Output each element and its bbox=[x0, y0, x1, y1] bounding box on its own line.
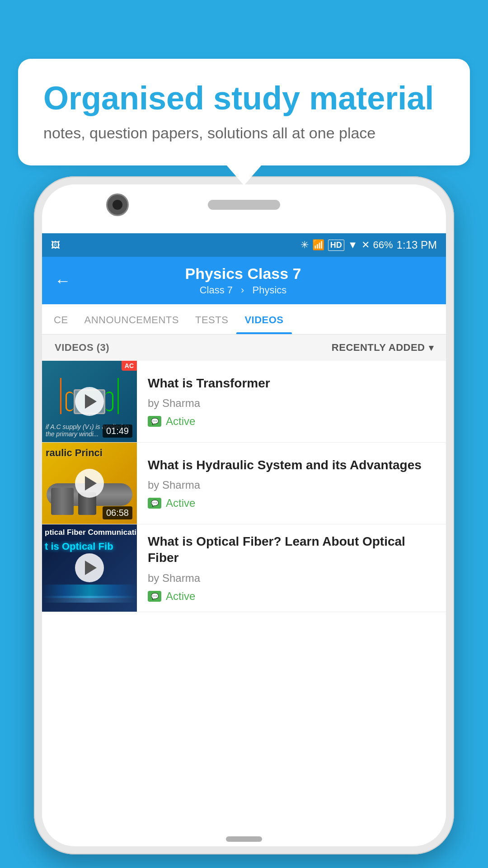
breadcrumb: Class 7 › Physics bbox=[82, 284, 404, 296]
dropdown-arrow-icon: ▾ bbox=[429, 342, 434, 353]
video-author-hydraulic: by Sharma bbox=[148, 479, 435, 491]
data-icon: ✕ bbox=[361, 239, 370, 251]
play-button-optical[interactable] bbox=[75, 553, 104, 582]
coil-left bbox=[66, 392, 74, 411]
status-label: Active bbox=[166, 415, 195, 428]
video-status-optical: 💬 Active bbox=[148, 590, 435, 603]
home-button[interactable] bbox=[226, 836, 262, 842]
chat-icon: 💬 bbox=[148, 416, 161, 427]
phone-outer: 🖼 ✳ 📶 HD ▼ ✕ 66% 1:13 PM ← bbox=[34, 176, 454, 854]
video-status-hydraulic: 💬 Active bbox=[148, 497, 435, 509]
tab-announcements[interactable]: ANNOUNCEMENTS bbox=[76, 304, 187, 334]
video-item-optical[interactable]: ptical Fiber Communicati t is Optical Fi… bbox=[42, 524, 446, 612]
battery-label: 66% bbox=[373, 239, 393, 251]
bluetooth-icon: ✳ bbox=[300, 239, 309, 251]
header-text: Physics Class 7 Class 7 › Physics bbox=[82, 265, 404, 296]
videos-count: VIDEOS (3) bbox=[55, 342, 109, 354]
breadcrumb-separator: › bbox=[241, 284, 244, 296]
video-title-optical: What is Optical Fiber? Learn About Optic… bbox=[148, 533, 435, 566]
phone-camera bbox=[106, 193, 129, 216]
tab-bar: CE ANNOUNCEMENTS TESTS VIDEOS bbox=[42, 304, 446, 335]
video-title-hydraulic: What is Hydraulic System and its Advanta… bbox=[148, 457, 435, 473]
play-icon bbox=[85, 394, 97, 409]
optical-bottom-text: t is Optical Fib bbox=[42, 541, 137, 552]
video-item-hydraulic[interactable]: raulic Princi 06:58 bbox=[42, 443, 446, 524]
back-button[interactable]: ← bbox=[53, 269, 73, 292]
optical-title-text: ptical Fiber Communicati bbox=[45, 528, 136, 537]
notification-icon: 🖼 bbox=[51, 240, 60, 250]
status-left-icons: 🖼 bbox=[51, 240, 60, 250]
app-header: ← Physics Class 7 Class 7 › Physics bbox=[42, 257, 446, 304]
speech-bubble: Organised study material notes, question… bbox=[18, 59, 470, 165]
status-label-3: Active bbox=[166, 590, 195, 603]
thumbnail-transformer: AC bbox=[42, 361, 137, 442]
breadcrumb-class: Class 7 bbox=[200, 284, 233, 296]
video-info-hydraulic: What is Hydraulic System and its Advanta… bbox=[137, 443, 446, 524]
tab-ce[interactable]: CE bbox=[46, 304, 76, 334]
screen-content: 🖼 ✳ 📶 HD ▼ ✕ 66% 1:13 PM ← bbox=[42, 233, 446, 819]
duration-transformer: 01:49 bbox=[103, 425, 132, 438]
video-info-transformer: What is Transformer by Sharma 💬 Active bbox=[137, 361, 446, 442]
phone-screen: 🖼 ✳ 📶 HD ▼ ✕ 66% 1:13 PM ← bbox=[42, 184, 446, 846]
optical-subtitle-text: t is Optical Fib bbox=[45, 541, 113, 552]
video-info-optical: What is Optical Fiber? Learn About Optic… bbox=[137, 524, 446, 612]
video-list: AC bbox=[42, 361, 446, 612]
coil-right bbox=[105, 392, 113, 411]
bubble-subtitle: notes, question papers, solutions all at… bbox=[43, 124, 445, 142]
duration-hydraulic: 06:58 bbox=[103, 506, 132, 519]
signal-icon: 📶 bbox=[312, 239, 324, 251]
speech-bubble-container: Organised study material notes, question… bbox=[18, 59, 470, 165]
fiber-streak-2 bbox=[42, 596, 137, 603]
wire-right bbox=[117, 378, 119, 414]
video-item-transformer[interactable]: AC bbox=[42, 361, 446, 443]
chat-icon-3: 💬 bbox=[148, 591, 161, 602]
play-button-transformer[interactable] bbox=[75, 387, 104, 416]
phone-speaker bbox=[208, 200, 280, 210]
play-icon bbox=[85, 561, 97, 575]
thumbnail-hydraulic: raulic Princi 06:58 bbox=[42, 443, 137, 524]
tab-videos[interactable]: VIDEOS bbox=[236, 304, 291, 334]
hd-badge: HD bbox=[328, 240, 344, 251]
status-label-2: Active bbox=[166, 497, 195, 509]
sort-dropdown[interactable]: RECENTLY ADDED ▾ bbox=[332, 342, 433, 354]
play-icon bbox=[85, 476, 97, 491]
optical-top-text: ptical Fiber Communicati bbox=[42, 528, 137, 537]
wifi-icon: ▼ bbox=[348, 239, 358, 251]
status-right-info: ✳ 📶 HD ▼ ✕ 66% 1:13 PM bbox=[300, 239, 437, 251]
hydraulic-text: raulic Princi bbox=[46, 447, 103, 458]
video-author-optical: by Sharma bbox=[148, 572, 435, 585]
filter-bar: VIDEOS (3) RECENTLY ADDED ▾ bbox=[42, 335, 446, 361]
bubble-title: Organised study material bbox=[43, 80, 445, 116]
play-button-hydraulic[interactable] bbox=[75, 469, 104, 498]
hydraulic-label: raulic Princi bbox=[42, 447, 137, 459]
time-display: 1:13 PM bbox=[397, 239, 437, 251]
tab-tests[interactable]: TESTS bbox=[187, 304, 236, 334]
video-status-transformer: 💬 Active bbox=[148, 415, 435, 428]
thumbnail-optical: ptical Fiber Communicati t is Optical Fi… bbox=[42, 524, 137, 612]
video-title-transformer: What is Transformer bbox=[148, 375, 435, 392]
chat-icon-2: 💬 bbox=[148, 498, 161, 509]
breadcrumb-subject: Physics bbox=[253, 284, 287, 296]
wire-left bbox=[60, 378, 61, 414]
status-bar: 🖼 ✳ 📶 HD ▼ ✕ 66% 1:13 PM bbox=[42, 233, 446, 257]
phone-container: 🖼 ✳ 📶 HD ▼ ✕ 66% 1:13 PM ← bbox=[34, 176, 454, 854]
cylinder-left bbox=[51, 488, 74, 515]
sort-label: RECENTLY ADDED bbox=[332, 342, 425, 354]
video-author-transformer: by Sharma bbox=[148, 397, 435, 410]
header-title: Physics Class 7 bbox=[82, 265, 404, 283]
